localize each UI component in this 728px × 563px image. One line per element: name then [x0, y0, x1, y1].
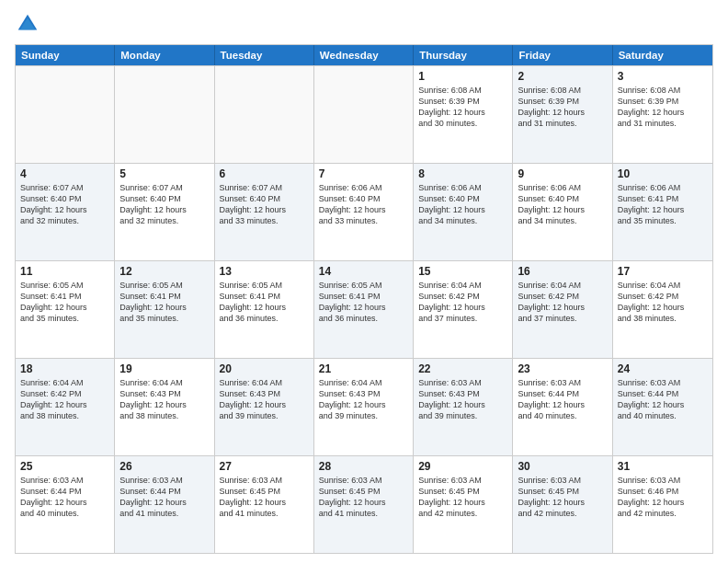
day-info: Sunrise: 6:07 AM Sunset: 6:40 PM Dayligh… [220, 182, 309, 227]
day-info: Sunrise: 6:04 AM Sunset: 6:42 PM Dayligh… [418, 280, 507, 325]
day-number: 1 [418, 70, 507, 83]
calendar-row-4: 25Sunrise: 6:03 AM Sunset: 6:44 PM Dayli… [16, 455, 712, 553]
day-number: 21 [319, 362, 408, 375]
day-info: Sunrise: 6:03 AM Sunset: 6:45 PM Dayligh… [319, 475, 408, 520]
day-cell-9: 9Sunrise: 6:06 AM Sunset: 6:40 PM Daylig… [513, 164, 612, 260]
day-info: Sunrise: 6:05 AM Sunset: 6:41 PM Dayligh… [119, 280, 209, 325]
calendar-row-0: 1Sunrise: 6:08 AM Sunset: 6:39 PM Daylig… [16, 65, 712, 163]
day-info: Sunrise: 6:03 AM Sunset: 6:46 PM Dayligh… [618, 475, 708, 520]
day-info: Sunrise: 6:04 AM Sunset: 6:43 PM Dayligh… [119, 377, 209, 422]
day-info: Sunrise: 6:04 AM Sunset: 6:42 PM Dayligh… [20, 377, 109, 422]
day-number: 19 [119, 362, 209, 375]
day-cell-23: 23Sunrise: 6:03 AM Sunset: 6:44 PM Dayli… [513, 359, 612, 455]
day-info: Sunrise: 6:03 AM Sunset: 6:44 PM Dayligh… [20, 475, 109, 520]
day-cell-20: 20Sunrise: 6:04 AM Sunset: 6:43 PM Dayli… [215, 359, 314, 455]
day-number: 11 [20, 265, 109, 278]
day-info: Sunrise: 6:04 AM Sunset: 6:42 PM Dayligh… [518, 280, 607, 325]
day-number: 16 [518, 265, 607, 278]
header-day-wednesday: Wednesday [314, 45, 414, 65]
day-number: 18 [20, 362, 109, 375]
day-cell-3: 3Sunrise: 6:08 AM Sunset: 6:39 PM Daylig… [613, 66, 712, 163]
day-cell-8: 8Sunrise: 6:06 AM Sunset: 6:40 PM Daylig… [414, 164, 513, 260]
day-info: Sunrise: 6:08 AM Sunset: 6:39 PM Dayligh… [618, 85, 708, 130]
day-info: Sunrise: 6:03 AM Sunset: 6:44 PM Dayligh… [618, 377, 708, 422]
header-day-monday: Monday [115, 45, 214, 65]
day-info: Sunrise: 6:07 AM Sunset: 6:40 PM Dayligh… [119, 182, 209, 227]
calendar-row-3: 18Sunrise: 6:04 AM Sunset: 6:42 PM Dayli… [16, 358, 712, 455]
calendar-header: SundayMondayTuesdayWednesdayThursdayFrid… [16, 45, 712, 65]
day-cell-2: 2Sunrise: 6:08 AM Sunset: 6:39 PM Daylig… [513, 66, 612, 163]
day-number: 15 [418, 265, 507, 278]
day-number: 22 [418, 362, 507, 375]
day-info: Sunrise: 6:03 AM Sunset: 6:44 PM Dayligh… [518, 377, 607, 422]
day-info: Sunrise: 6:04 AM Sunset: 6:43 PM Dayligh… [220, 377, 309, 422]
day-info: Sunrise: 6:06 AM Sunset: 6:40 PM Dayligh… [418, 182, 507, 227]
day-cell-13: 13Sunrise: 6:05 AM Sunset: 6:41 PM Dayli… [215, 261, 314, 358]
day-number: 4 [20, 167, 109, 180]
calendar-body: 1Sunrise: 6:08 AM Sunset: 6:39 PM Daylig… [16, 65, 712, 553]
day-number: 13 [220, 265, 309, 278]
logo [15, 11, 44, 37]
header-day-saturday: Saturday [613, 45, 712, 65]
day-cell-10: 10Sunrise: 6:06 AM Sunset: 6:41 PM Dayli… [613, 164, 712, 260]
day-cell-26: 26Sunrise: 6:03 AM Sunset: 6:44 PM Dayli… [115, 456, 214, 553]
day-info: Sunrise: 6:06 AM Sunset: 6:41 PM Dayligh… [618, 182, 708, 227]
day-cell-22: 22Sunrise: 6:03 AM Sunset: 6:43 PM Dayli… [414, 359, 513, 455]
day-info: Sunrise: 6:03 AM Sunset: 6:45 PM Dayligh… [220, 475, 309, 520]
day-cell-4: 4Sunrise: 6:07 AM Sunset: 6:40 PM Daylig… [16, 164, 115, 260]
day-info: Sunrise: 6:05 AM Sunset: 6:41 PM Dayligh… [220, 280, 309, 325]
day-number: 30 [518, 460, 607, 473]
day-cell-14: 14Sunrise: 6:05 AM Sunset: 6:41 PM Dayli… [314, 261, 414, 358]
day-cell-1: 1Sunrise: 6:08 AM Sunset: 6:39 PM Daylig… [414, 66, 513, 163]
page: SundayMondayTuesdayWednesdayThursdayFrid… [0, 0, 728, 563]
day-info: Sunrise: 6:03 AM Sunset: 6:45 PM Dayligh… [518, 475, 607, 520]
day-info: Sunrise: 6:04 AM Sunset: 6:42 PM Dayligh… [618, 280, 708, 325]
day-number: 5 [119, 167, 209, 180]
day-cell-30: 30Sunrise: 6:03 AM Sunset: 6:45 PM Dayli… [513, 456, 612, 553]
day-number: 6 [220, 167, 309, 180]
day-info: Sunrise: 6:08 AM Sunset: 6:39 PM Dayligh… [518, 85, 607, 130]
day-cell-7: 7Sunrise: 6:06 AM Sunset: 6:40 PM Daylig… [314, 164, 414, 260]
day-number: 28 [319, 460, 408, 473]
day-number: 24 [618, 362, 708, 375]
day-cell-16: 16Sunrise: 6:04 AM Sunset: 6:42 PM Dayli… [513, 261, 612, 358]
day-number: 12 [119, 265, 209, 278]
day-cell-12: 12Sunrise: 6:05 AM Sunset: 6:41 PM Dayli… [115, 261, 214, 358]
day-number: 20 [220, 362, 309, 375]
day-cell-28: 28Sunrise: 6:03 AM Sunset: 6:45 PM Dayli… [314, 456, 414, 553]
header [15, 11, 713, 37]
day-info: Sunrise: 6:03 AM Sunset: 6:43 PM Dayligh… [418, 377, 507, 422]
day-cell-21: 21Sunrise: 6:04 AM Sunset: 6:43 PM Dayli… [314, 359, 414, 455]
day-number: 26 [119, 460, 209, 473]
header-day-friday: Friday [513, 45, 612, 65]
day-info: Sunrise: 6:04 AM Sunset: 6:43 PM Dayligh… [319, 377, 408, 422]
day-cell-29: 29Sunrise: 6:03 AM Sunset: 6:45 PM Dayli… [414, 456, 513, 553]
day-cell-6: 6Sunrise: 6:07 AM Sunset: 6:40 PM Daylig… [215, 164, 314, 260]
day-info: Sunrise: 6:03 AM Sunset: 6:45 PM Dayligh… [418, 475, 507, 520]
day-cell-5: 5Sunrise: 6:07 AM Sunset: 6:40 PM Daylig… [115, 164, 214, 260]
day-number: 25 [20, 460, 109, 473]
day-number: 8 [418, 167, 507, 180]
day-info: Sunrise: 6:05 AM Sunset: 6:41 PM Dayligh… [319, 280, 408, 325]
day-cell-25: 25Sunrise: 6:03 AM Sunset: 6:44 PM Dayli… [16, 456, 115, 553]
header-day-sunday: Sunday [16, 45, 115, 65]
day-number: 10 [618, 167, 708, 180]
header-day-tuesday: Tuesday [215, 45, 314, 65]
day-number: 2 [518, 70, 607, 83]
empty-cell-0-3 [314, 66, 414, 163]
day-number: 29 [418, 460, 507, 473]
day-cell-19: 19Sunrise: 6:04 AM Sunset: 6:43 PM Dayli… [115, 359, 214, 455]
day-info: Sunrise: 6:06 AM Sunset: 6:40 PM Dayligh… [319, 182, 408, 227]
empty-cell-0-0 [16, 66, 115, 163]
day-cell-15: 15Sunrise: 6:04 AM Sunset: 6:42 PM Dayli… [414, 261, 513, 358]
day-info: Sunrise: 6:07 AM Sunset: 6:40 PM Dayligh… [20, 182, 109, 227]
day-number: 9 [518, 167, 607, 180]
day-cell-18: 18Sunrise: 6:04 AM Sunset: 6:42 PM Dayli… [16, 359, 115, 455]
day-number: 27 [220, 460, 309, 473]
empty-cell-0-1 [115, 66, 214, 163]
day-number: 17 [618, 265, 708, 278]
day-cell-24: 24Sunrise: 6:03 AM Sunset: 6:44 PM Dayli… [613, 359, 712, 455]
day-number: 23 [518, 362, 607, 375]
header-day-thursday: Thursday [414, 45, 513, 65]
day-info: Sunrise: 6:05 AM Sunset: 6:41 PM Dayligh… [20, 280, 109, 325]
